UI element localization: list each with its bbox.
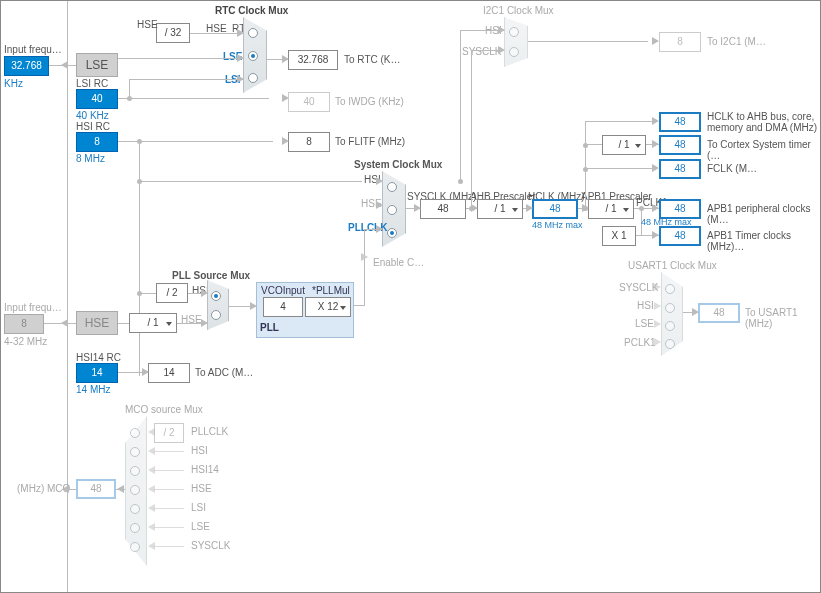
- hsi-unit: 8 MHz: [76, 153, 105, 164]
- i2c1-label: I2C1 Clock Mux: [483, 5, 554, 16]
- u-sysclk: SYSCLK: [619, 282, 658, 293]
- i2c1-r-sys[interactable]: [509, 47, 519, 57]
- apb1-timer-mul[interactable]: X 1: [602, 226, 636, 246]
- usart1-r1[interactable]: [665, 284, 675, 294]
- out-fclk[interactable]: 48: [659, 159, 701, 179]
- rtc-radio-hse[interactable]: [248, 28, 258, 38]
- usart1-r4[interactable]: [665, 339, 675, 349]
- pll-radio-hsi[interactable]: [211, 291, 221, 301]
- pll-hsi-div[interactable]: / 2: [156, 283, 188, 303]
- label-hse-freq: Input frequ…: [4, 302, 62, 313]
- hse-range: 4-32 MHz: [4, 336, 47, 347]
- clock-diagram: Input frequ… 32.768 KHz LSE LSI RC 40 40…: [0, 0, 821, 593]
- pll-hse-div[interactable]: / 1: [129, 313, 177, 333]
- mco-r3[interactable]: [130, 466, 140, 476]
- adc-note: To ADC (M…: [195, 367, 253, 378]
- u-hsi: HSI: [637, 300, 654, 311]
- flitf-note: To FLITF (MHz): [335, 136, 405, 147]
- out-cortex[interactable]: 48: [659, 135, 701, 155]
- apb1-timer-lbl: APB1 Timer clocks (MHz)…: [707, 230, 820, 252]
- out-ahb-lbl: HCLK to AHB bus, core, memory and DMA (M…: [707, 111, 817, 133]
- rtc-radio-lse[interactable]: [248, 51, 258, 61]
- rtc-hse-src: HSE: [137, 19, 158, 30]
- pll-label: PLL: [260, 322, 279, 333]
- mco-label: MCO source Mux: [125, 404, 203, 415]
- hsi-freq[interactable]: 8: [76, 132, 118, 152]
- lse-box[interactable]: LSE: [76, 53, 118, 77]
- usart1-note: To USART1 (MHz): [745, 307, 820, 329]
- sys-r-hse[interactable]: [387, 205, 397, 215]
- u-lse: LSE: [635, 318, 654, 329]
- hsi14-label: HSI14 RC: [76, 352, 121, 363]
- lsi-freq[interactable]: 40: [76, 89, 118, 109]
- i2c1-val: 8: [659, 32, 701, 52]
- label-hsi: HSI RC: [76, 121, 110, 132]
- usart1-r2[interactable]: [665, 303, 675, 313]
- out-cortex-lbl: To Cortex System timer (…: [707, 139, 820, 161]
- pll-mul[interactable]: X 12: [305, 297, 351, 317]
- adc-val[interactable]: 14: [148, 363, 190, 383]
- hse-box[interactable]: HSE: [76, 311, 118, 335]
- label-input-freq: Input frequ…: [4, 44, 62, 55]
- ahb-div[interactable]: / 1: [477, 199, 523, 219]
- mco-r7[interactable]: [130, 542, 140, 552]
- mco-r5[interactable]: [130, 504, 140, 514]
- mco-lse: LSE: [191, 521, 210, 532]
- mco-hse: HSE: [191, 483, 212, 494]
- pll-src-mux[interactable]: [207, 280, 229, 330]
- rtc-out[interactable]: 32.768: [288, 50, 338, 70]
- hclk-val[interactable]: 48: [532, 199, 578, 219]
- mco-r1[interactable]: [130, 428, 140, 438]
- mco-r6[interactable]: [130, 523, 140, 533]
- hsi14-freq[interactable]: 14: [76, 363, 118, 383]
- iwdg-val: 40: [288, 92, 330, 112]
- rtc-div[interactable]: / 32: [156, 23, 190, 43]
- mco-pll: PLLCLK: [191, 426, 228, 437]
- apb1-periph-lbl: APB1 peripheral clocks (M…: [707, 203, 820, 225]
- out-ahb[interactable]: 48: [659, 112, 701, 132]
- iwdg-note: To IWDG (KHz): [335, 96, 404, 107]
- apb1-timer[interactable]: 48: [659, 226, 701, 246]
- apb1-periph[interactable]: 48: [659, 199, 701, 219]
- rtc-radio-lsi[interactable]: [248, 73, 258, 83]
- mco-val: 48: [76, 479, 116, 499]
- hse-freq-grey: 8: [4, 314, 44, 334]
- mco-r4[interactable]: [130, 485, 140, 495]
- separator: [67, 1, 68, 593]
- usart1-label: USART1 Clock Mux: [628, 260, 717, 271]
- i2c1-mux[interactable]: [504, 17, 528, 67]
- label-lsi: LSI RC: [76, 78, 108, 89]
- cortex-div[interactable]: / 1: [602, 135, 646, 155]
- hclk-max: 48 MHz max: [532, 220, 583, 230]
- mco-sysclk: SYSCLK: [191, 540, 230, 551]
- apb1-div[interactable]: / 1: [588, 199, 634, 219]
- sysclk-val[interactable]: 48: [420, 199, 466, 219]
- usart1-val: 48: [698, 303, 740, 323]
- out-fclk-lbl: FCLK (M…: [707, 163, 757, 174]
- pll-radio-hse[interactable]: [211, 310, 221, 320]
- rtc-note: To RTC (K…: [344, 54, 401, 65]
- sys-r-pll[interactable]: [387, 228, 397, 238]
- vco-label: VCOInput: [261, 285, 305, 296]
- i2c1-note: To I2C1 (M…: [707, 36, 766, 47]
- enable-css[interactable]: Enable C…: [373, 257, 424, 268]
- i2c1-sys: SYSCLK: [462, 46, 501, 57]
- flitf-val[interactable]: 8: [288, 132, 330, 152]
- unit-khz: KHz: [4, 78, 23, 89]
- u-pclk1: PCLK1: [624, 337, 656, 348]
- pll-src-label: PLL Source Mux: [172, 270, 250, 281]
- mco-div[interactable]: / 2: [154, 423, 184, 443]
- usart1-r3[interactable]: [665, 321, 675, 331]
- sys-mux-label: System Clock Mux: [354, 159, 442, 170]
- sys-r-hsi[interactable]: [387, 182, 397, 192]
- lsi-unit: 40 KHz: [76, 110, 109, 121]
- rtc-mux-label: RTC Clock Mux: [215, 5, 288, 16]
- hsi14-unit: 14 MHz: [76, 384, 110, 395]
- i2c1-r-hsi[interactable]: [509, 27, 519, 37]
- vco-input[interactable]: 4: [263, 297, 303, 317]
- pllmul-label: *PLLMul: [312, 285, 350, 296]
- mco-lsi: LSI: [191, 502, 206, 513]
- hse-freq[interactable]: 32.768: [4, 56, 49, 76]
- mco-r2[interactable]: [130, 447, 140, 457]
- mco-hsi: HSI: [191, 445, 208, 456]
